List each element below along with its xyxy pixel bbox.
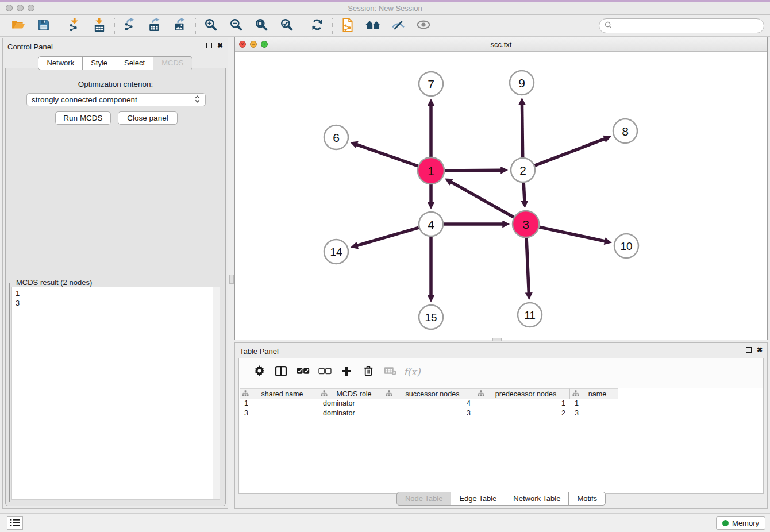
column-header-name[interactable]: name [570,388,618,399]
graph-node-10[interactable]: 10 [614,234,638,258]
table-row[interactable]: 3dominator323 [240,409,763,419]
graph-node-8[interactable]: 8 [613,119,637,143]
close-table-panel-icon[interactable]: ✖ [757,347,763,353]
unselect-all-columns-button[interactable] [314,362,336,381]
float-table-panel-icon[interactable] [746,347,752,353]
close-panel-button[interactable]: Close panel [118,111,178,125]
table-panel-title: Table Panel [240,347,279,356]
toolbar-separator [332,18,333,34]
svg-text:6: 6 [333,131,340,144]
svg-text:15: 15 [425,311,437,323]
tab-motifs[interactable]: Motifs [568,492,606,506]
refresh-layout-button[interactable] [305,17,330,35]
select-stepper-icon [194,95,201,105]
graph-node-11[interactable]: 11 [518,303,542,327]
table-cell[interactable]: 3 [383,409,475,419]
node-table-card: f(x) shared nameMCDS rolesuccessor nodes… [238,358,764,494]
graph-node-14[interactable]: 14 [324,240,348,264]
export-table-button[interactable] [143,17,168,35]
tab-network-table[interactable]: Network Table [505,492,569,506]
task-history-button[interactable] [7,516,23,530]
tab-select[interactable]: Select [116,56,153,70]
window-splitter-grip[interactable] [492,338,502,341]
graph-node-15[interactable]: 15 [419,305,443,329]
tab-network[interactable]: Network [38,56,83,70]
mcds-result-group: MCDS result (2 nodes) 1 3 [9,283,222,502]
delete-columns-icon [364,365,373,378]
panel-splitter-grip[interactable] [229,275,234,284]
zoom-in-button[interactable] [198,17,224,35]
search-input[interactable] [615,21,759,30]
criterion-select[interactable]: strongly connected component [26,93,206,106]
graph-node-6[interactable]: 6 [324,125,348,149]
tab-mcds[interactable]: MCDS [153,56,192,70]
import-table-button[interactable] [87,17,112,35]
graph-edge-2-9[interactable] [522,105,523,157]
show-all-button[interactable] [411,17,436,35]
result-scrollbar[interactable] [213,287,220,499]
show-columns-button[interactable] [270,362,292,381]
graph-node-9[interactable]: 9 [510,71,534,95]
hide-selected-button[interactable] [386,17,411,35]
column-header-MCDS-role[interactable]: MCDS role [318,388,383,399]
zoom-selected-button[interactable] [274,17,299,35]
export-image-button[interactable] [168,17,193,35]
graph-node-7[interactable]: 7 [419,72,443,96]
table-cell[interactable]: 1 [570,399,618,409]
table-cell[interactable]: 3 [570,409,618,419]
delete-columns-button[interactable] [357,362,379,381]
open-file-button[interactable] [6,17,31,35]
toolbar-separator [195,18,196,34]
column-header-predecessor-nodes[interactable]: predecessor nodes [475,388,570,399]
table-cell[interactable]: 3 [240,409,318,419]
add-column-icon [341,366,352,378]
function-builder-button: f(x) [401,362,423,381]
run-mcds-button[interactable]: Run MCDS [55,111,111,125]
save-session-button[interactable] [31,17,56,35]
column-header-successor-nodes[interactable]: successor nodes [383,388,475,399]
column-header-shared-name[interactable]: shared name [240,388,318,399]
tab-edge-table[interactable]: Edge Table [451,492,505,506]
search-box[interactable] [599,18,764,33]
svg-text:14: 14 [330,246,342,258]
table-settings-button[interactable] [248,362,270,381]
graph-edge-4-14[interactable] [357,228,419,245]
network-canvas[interactable]: 7968124314101511 [235,52,767,340]
float-panel-icon[interactable] [206,43,212,48]
table-cell[interactable]: 1 [240,399,318,409]
graph-edge-1-6[interactable] [357,145,418,166]
first-neighbors-button[interactable] [360,17,386,35]
memory-button[interactable]: Memory [716,516,765,530]
graph-edge-3-1[interactable] [451,182,514,218]
graph-edge-3-10[interactable] [540,227,605,241]
graph-node-3[interactable]: 3 [513,211,539,237]
svg-text:4: 4 [428,218,434,231]
node-table: shared nameMCDS rolesuccessor nodesprede… [240,388,763,493]
tab-node-table[interactable]: Node Table [396,492,452,506]
graph-node-4[interactable]: 4 [419,212,443,236]
table-cell[interactable]: 2 [475,409,570,419]
zoom-fit-button[interactable] [249,17,274,35]
graph-node-1[interactable]: 1 [418,157,444,184]
table-panel: Table Panel ✖ f(x) shared nameMCDS roles… [234,342,768,509]
window-title: Session: New Session [0,4,770,13]
close-panel-icon[interactable]: ✖ [217,43,223,48]
new-network-from-selection-button[interactable] [335,17,360,35]
graph-edge-2-8[interactable] [535,139,605,166]
graph-edge-1-2[interactable] [445,170,501,171]
zoom-out-button[interactable] [224,17,249,35]
table-cell[interactable]: 1 [475,399,570,409]
table-cell[interactable]: dominator [318,399,383,409]
table-row[interactable]: 1dominator411 [240,399,763,409]
graph-node-2[interactable]: 2 [511,158,535,182]
application-window: Session: New Session Control Panel ✖ Net… [0,0,770,532]
export-network-button[interactable] [117,17,143,35]
import-network-button[interactable] [61,17,87,35]
table-cell[interactable]: dominator [318,409,383,419]
table-cell[interactable]: 4 [383,399,475,409]
add-column-button[interactable] [336,362,357,381]
select-all-columns-button[interactable] [292,362,314,381]
graph-edge-3-11[interactable] [526,238,529,293]
graph-edge-2-3[interactable] [523,183,525,201]
tab-style[interactable]: Style [82,56,116,70]
